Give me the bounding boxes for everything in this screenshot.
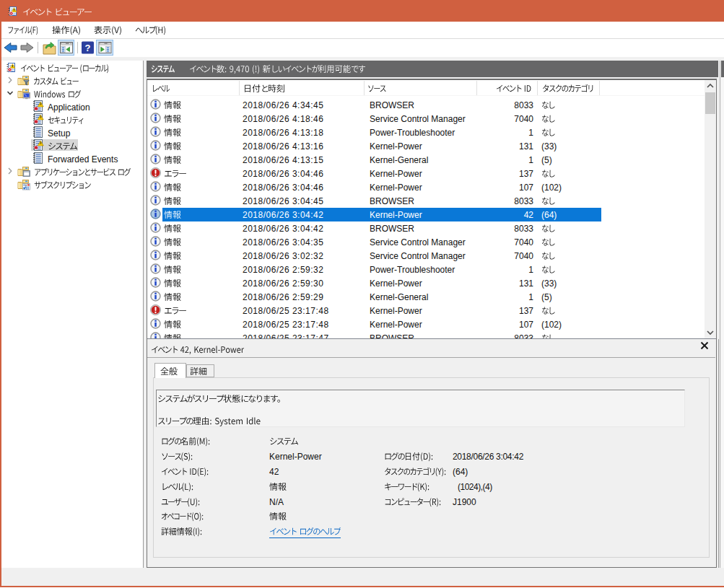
svg-text:?: ? bbox=[85, 43, 91, 53]
